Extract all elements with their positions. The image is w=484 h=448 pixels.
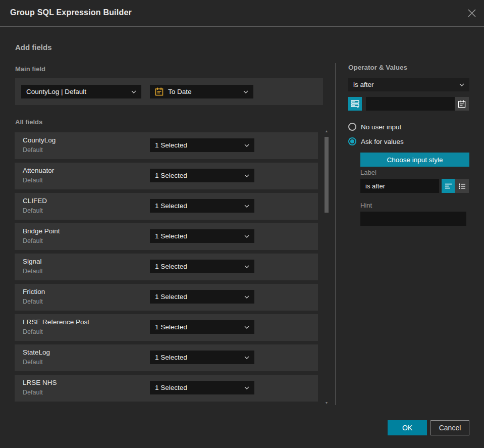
field-name: LRSE NHS [23,379,57,386]
single-line-input-icon [445,183,452,189]
field-subtitle: Default [23,237,43,244]
radio-no-user-input-label: No user input [361,123,401,131]
radio-selected-icon [348,137,356,145]
ok-button[interactable]: OK [388,420,427,435]
radio-ask-for-values[interactable]: Ask for values [348,137,404,145]
field-name: CountyLog [23,136,56,144]
field-subtitle: Default [23,146,43,154]
field-selected-dropdown-label: 1 Selected [155,141,187,149]
field-name: Signal [23,258,42,265]
all-fields-label: All fields [15,118,42,126]
chevron-down-icon [244,386,249,389]
field-selected-dropdown-label: 1 Selected [155,293,187,301]
field-selected-dropdown-label: 1 Selected [155,323,187,331]
field-selected-dropdown-label: 1 Selected [155,384,187,391]
operator-select[interactable]: is after [348,78,469,91]
chevron-down-icon [244,265,249,268]
field-name: CLIFED [23,197,47,205]
field-row: Attenuator Default 1 Selected [15,163,318,189]
field-subtitle: Default [23,359,43,366]
field-name: StateLog [23,349,50,356]
all-fields-list: CountyLog Default 1 Selected Attenuator … [15,132,318,405]
hint-input[interactable] [360,212,466,226]
field-selected-dropdown-label: 1 Selected [155,354,187,361]
field-selected-dropdown[interactable]: 1 Selected [150,199,254,213]
add-fields-heading: Add fields [15,43,52,52]
calendar-icon [458,100,466,108]
chevron-down-icon [244,205,249,208]
field-subtitle: Default [23,177,43,184]
single-line-input-button[interactable] [442,179,455,193]
scrollbar-up-arrow-icon[interactable]: ▲ [324,129,330,133]
main-field-select[interactable]: CountyLog | Default [21,85,141,98]
field-selected-dropdown-label: 1 Selected [155,232,187,240]
main-field-date-select[interactable]: To Date [150,85,253,98]
field-selected-dropdown[interactable]: 1 Selected [150,381,254,394]
field-selected-dropdown-label: 1 Selected [155,202,187,210]
unique-values-icon [351,99,359,108]
value-input[interactable] [366,97,455,111]
close-button[interactable] [465,7,478,20]
main-field-label: Main field [15,65,45,73]
panel-divider [335,63,336,405]
main-field-select-value: CountyLog | Default [26,88,86,95]
hint-field-label: Hint [360,202,372,209]
field-selected-dropdown[interactable]: 1 Selected [150,138,254,152]
cancel-button[interactable]: Cancel [431,420,469,435]
field-name: LRSE Reference Post [23,318,89,326]
operator-values-heading: Operator & Values [348,64,407,71]
field-selected-dropdown-label: 1 Selected [155,263,187,270]
chevron-down-icon [243,90,248,93]
main-field-panel: CountyLog | Default To Date [15,78,323,105]
field-row: Signal Default 1 Selected [15,254,318,280]
field-row: StateLog Default 1 Selected [15,344,318,371]
unique-values-button[interactable] [348,97,362,111]
field-selected-dropdown[interactable]: 1 Selected [150,320,254,334]
scrollbar-down-arrow-icon[interactable]: ▼ [324,401,330,405]
chevron-down-icon [244,235,249,238]
close-icon [467,9,476,18]
field-row: Bridge Point Default 1 Selected [15,223,318,250]
field-selected-dropdown[interactable]: 1 Selected [150,229,254,243]
field-row: LRSE Reference Post Default 1 Selected [15,314,318,341]
label-input[interactable] [360,179,439,193]
chevron-down-icon [244,326,249,329]
main-field-date-select-value: To Date [168,88,192,95]
field-row: Friction Default 1 Selected [15,284,318,311]
field-subtitle: Default [23,389,43,396]
field-selected-dropdown[interactable]: 1 Selected [150,260,254,273]
choose-input-style-button[interactable]: Choose input style [360,153,469,167]
field-row: LRSE NHS Default 1 Selected [15,375,318,402]
chevron-down-icon [244,144,249,147]
field-subtitle: Default [23,298,43,305]
field-name: Attenuator [23,167,54,174]
list-input-button[interactable] [455,179,469,193]
chevron-down-icon [244,295,249,298]
radio-ask-for-values-label: Ask for values [361,138,404,145]
dialog-title: Group SQL Expression Builder [10,8,132,17]
operator-select-value: is after [353,81,374,88]
field-selected-dropdown[interactable]: 1 Selected [150,290,254,304]
list-scrollbar[interactable]: ▲ ▼ [324,129,330,405]
chevron-down-icon [244,356,249,359]
field-name: Friction [23,288,45,295]
label-field-label: Label [360,169,377,176]
field-selected-dropdown-label: 1 Selected [155,172,187,179]
scrollbar-thumb[interactable] [325,137,329,213]
calendar-icon [155,87,164,96]
radio-circle-icon [348,123,356,131]
field-subtitle: Default [23,268,43,275]
field-selected-dropdown[interactable]: 1 Selected [150,351,254,364]
field-subtitle: Default [23,328,43,335]
value-calendar-button[interactable] [455,97,469,111]
chevron-down-icon [131,90,136,93]
chevron-down-icon [244,174,249,177]
radio-no-user-input[interactable]: No user input [348,123,401,131]
field-subtitle: Default [23,207,43,214]
list-input-icon [458,183,466,189]
field-row: CountyLog Default 1 Selected [15,132,318,159]
field-name: Bridge Point [23,227,60,235]
chevron-down-icon [459,83,464,86]
field-row: CLIFED Default 1 Selected [15,193,318,220]
field-selected-dropdown[interactable]: 1 Selected [150,169,254,182]
